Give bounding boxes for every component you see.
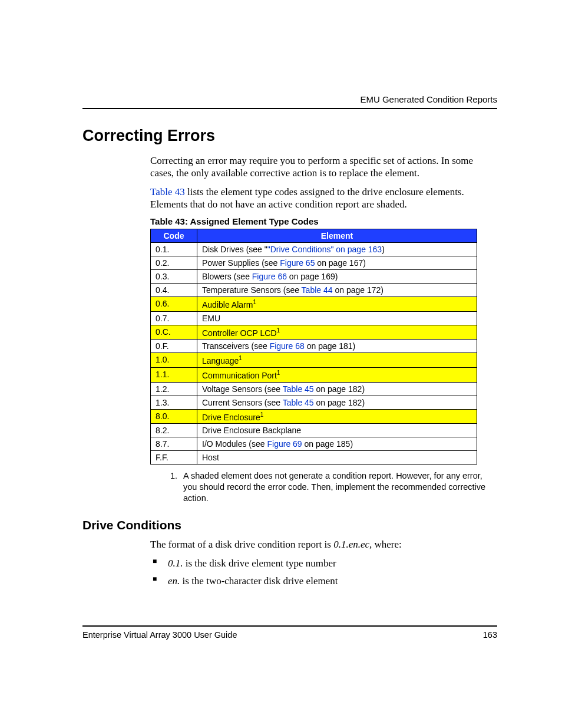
cell-element: Transceivers (see Figure 68 on page 181)	[197, 340, 477, 353]
para-intro-2-rest: lists the element type codes assigned to…	[150, 186, 464, 210]
bullet-1-t: is the disk drive element type number	[183, 558, 336, 569]
footnote-number: 1.	[170, 470, 183, 504]
cell-element-pre: Drive Enclosure	[202, 412, 260, 421]
table-row: 8.7.I/O Modules (see Figure 69 on page 1…	[151, 437, 477, 451]
cell-code: 0.4.	[151, 284, 197, 297]
cell-code: 0.1.	[151, 243, 197, 256]
para-intro-2: Table 43 lists the element type codes as…	[150, 186, 497, 211]
cell-element-link[interactable]: Figure 69	[267, 439, 302, 449]
cell-element: Power Supplies (see Figure 65 on page 16…	[197, 256, 477, 270]
cell-element-pre: Host	[202, 453, 219, 462]
cell-element-post: on page 169)	[287, 272, 338, 281]
table-row: 0.6.Audible Alarm1	[151, 297, 477, 312]
running-header: EMU Generated Condition Reports	[82, 94, 497, 104]
bullet-1-i: 0.1.	[168, 558, 183, 569]
cell-element-post: )	[382, 245, 385, 254]
th-code: Code	[151, 229, 197, 243]
cell-element-pre: Current Sensors (see	[202, 398, 283, 407]
para-drive-format-a: The format of a disk drive condition rep…	[150, 539, 333, 550]
para-drive-format-b: , where:	[369, 539, 402, 550]
table-row: 0.C.Controller OCP LCD1	[151, 325, 477, 340]
footnote-text: A shaded element does not generate a con…	[183, 470, 497, 504]
table-row: 1.3.Current Sensors (see Table 45 on pag…	[151, 396, 477, 409]
cell-element-sup: 1	[260, 411, 264, 418]
table-caption: Table 43: Assigned Element Type Codes	[150, 216, 497, 226]
cell-element-post: on page 167)	[315, 258, 365, 268]
cell-element-pre: Drive Enclosure Backplane	[202, 426, 301, 435]
cell-element: I/O Modules (see Figure 69 on page 185)	[197, 437, 477, 451]
cell-element-link[interactable]: Table 45	[283, 398, 314, 407]
para-drive-format-i: 0.1.en.ec	[333, 539, 369, 550]
cell-element-link[interactable]: "Drive Conditions" on page 163	[267, 245, 382, 254]
cell-element: Current Sensors (see Table 45 on page 18…	[197, 396, 477, 409]
cell-element: Drive Enclosure1	[197, 409, 477, 424]
cell-code: 8.2.	[151, 424, 197, 437]
cell-element-sup: 1	[239, 355, 242, 361]
cell-element-post: on page 185)	[302, 439, 353, 449]
footer-page-number: 163	[483, 630, 497, 640]
cell-element-pre: Blowers (see	[202, 272, 252, 281]
para-intro-1: Correcting an error may require you to p…	[150, 154, 497, 180]
table-row: 0.7.EMU	[151, 311, 477, 325]
cell-element-link[interactable]: Figure 68	[270, 341, 305, 351]
cell-element-post: on page 172)	[333, 285, 384, 295]
table-row: 0.4.Temperature Sensors (see Table 44 on…	[151, 284, 477, 297]
cell-element-link[interactable]: Table 44	[302, 285, 333, 295]
table-row: 0.1.Disk Drives (see ""Drive Conditions"…	[151, 243, 477, 256]
drive-format-bullets: 0.1. is the disk drive element type numb…	[150, 556, 497, 588]
cell-element-link[interactable]: Table 45	[283, 384, 314, 394]
cell-code: 0.F.	[151, 340, 197, 353]
cell-element: Host	[197, 451, 477, 465]
cell-element-pre: Temperature Sensors (see	[202, 285, 302, 295]
cell-element-pre: Language	[202, 356, 239, 365]
page-footer: Enterprise Virtual Array 3000 User Guide…	[82, 625, 497, 640]
cell-code: 1.1.	[151, 367, 197, 382]
table-row: 8.2.Drive Enclosure Backplane	[151, 424, 477, 437]
table-footnote: 1. A shaded element does not generate a …	[170, 470, 497, 504]
cell-element: Disk Drives (see ""Drive Conditions" on …	[197, 243, 477, 256]
cell-code: 1.3.	[151, 396, 197, 409]
cell-element-pre: EMU	[202, 314, 220, 323]
cell-element-sup: 1	[277, 327, 280, 334]
cell-code: 0.7.	[151, 311, 197, 325]
section-heading-drive-conditions: Drive Conditions	[82, 518, 497, 532]
table-row: 1.0.Language1	[151, 353, 477, 368]
cell-element: Controller OCP LCD1	[197, 325, 477, 340]
footer-doc-title: Enterprise Virtual Array 3000 User Guide	[82, 630, 237, 640]
cell-element: Voltage Sensors (see Table 45 on page 18…	[197, 382, 477, 396]
cell-element: Language1	[197, 353, 477, 368]
table-row: F.F.Host	[151, 451, 477, 465]
cell-element: Drive Enclosure Backplane	[197, 424, 477, 437]
cell-element-pre: Transceivers (see	[202, 341, 270, 351]
cell-element: Audible Alarm1	[197, 297, 477, 312]
cell-element: Blowers (see Figure 66 on page 169)	[197, 270, 477, 284]
table-row: 0.2.Power Supplies (see Figure 65 on pag…	[151, 256, 477, 270]
link-table43[interactable]: Table 43	[150, 186, 185, 197]
cell-code: 0.6.	[151, 297, 197, 312]
header-rule	[82, 108, 497, 109]
cell-code: 8.0.	[151, 409, 197, 424]
para-drive-format: The format of a disk drive condition rep…	[150, 538, 497, 551]
cell-element-link[interactable]: Figure 65	[280, 258, 315, 268]
bullet-2-t: is the two-character disk drive element	[180, 575, 338, 587]
cell-element-post: on page 182)	[314, 384, 365, 394]
cell-code: 0.3.	[151, 270, 197, 284]
bullet-1: 0.1. is the disk drive element type numb…	[150, 556, 497, 571]
cell-element: Temperature Sensors (see Table 44 on pag…	[197, 284, 477, 297]
cell-element-pre: Disk Drives (see "	[202, 245, 267, 254]
cell-element-pre: Power Supplies (see	[202, 258, 280, 268]
cell-code: 1.0.	[151, 353, 197, 368]
cell-element-sup: 1	[277, 370, 280, 376]
cell-element: EMU	[197, 311, 477, 325]
cell-code: 0.C.	[151, 325, 197, 340]
cell-element-sup: 1	[253, 299, 256, 305]
cell-element-pre: Communication Port	[202, 371, 277, 380]
cell-element-post: on page 181)	[305, 341, 355, 351]
cell-element-post: on page 182)	[314, 398, 365, 407]
table-row: 1.2.Voltage Sensors (see Table 45 on pag…	[151, 382, 477, 396]
table-row: 0.F.Transceivers (see Figure 68 on page …	[151, 340, 477, 353]
cell-element-link[interactable]: Figure 66	[252, 272, 287, 281]
footer-rule	[82, 625, 497, 627]
cell-element-pre: Controller OCP LCD	[202, 328, 277, 337]
cell-element-pre: I/O Modules (see	[202, 439, 267, 449]
